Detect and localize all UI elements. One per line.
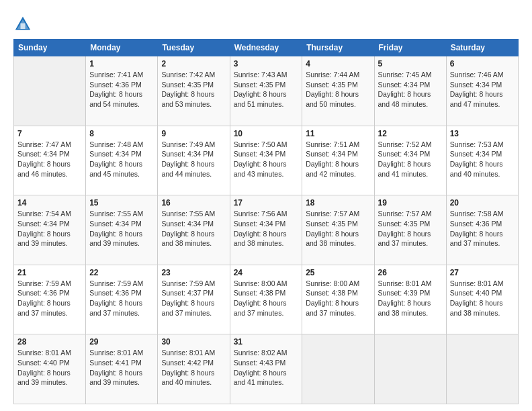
day-headers-row: SundayMondayTuesdayWednesdayThursdayFrid… (14, 40, 519, 56)
day-number: 11 (306, 129, 370, 138)
day-number: 1 (89, 59, 154, 68)
day-number: 2 (161, 59, 226, 68)
calendar-body: 1Sunrise: 7:41 AMSunset: 4:36 PMDaylight… (14, 56, 519, 404)
day-number: 24 (234, 268, 299, 277)
day-info: Sunrise: 8:02 AMSunset: 4:43 PMDaylight:… (234, 348, 299, 387)
calendar-cell: 18Sunrise: 7:57 AMSunset: 4:35 PMDayligh… (302, 195, 374, 265)
calendar-cell: 31Sunrise: 8:02 AMSunset: 4:43 PMDayligh… (230, 334, 302, 404)
day-number: 23 (161, 268, 226, 277)
calendar-cell: 24Sunrise: 8:00 AMSunset: 4:38 PMDayligh… (230, 265, 302, 334)
day-header-monday: Monday (86, 40, 158, 56)
calendar-cell: 21Sunrise: 7:59 AMSunset: 4:36 PMDayligh… (14, 265, 86, 334)
calendar-cell: 26Sunrise: 8:01 AMSunset: 4:39 PMDayligh… (374, 265, 446, 334)
logo (13, 15, 35, 34)
calendar-cell: 6Sunrise: 7:46 AMSunset: 4:34 PMDaylight… (446, 56, 518, 126)
day-number: 7 (17, 129, 82, 138)
day-number: 28 (17, 337, 82, 347)
day-info: Sunrise: 7:53 AMSunset: 4:34 PMDaylight:… (450, 140, 515, 179)
calendar-cell: 14Sunrise: 7:54 AMSunset: 4:34 PMDayligh… (14, 195, 86, 265)
calendar-cell (14, 56, 86, 126)
day-info: Sunrise: 7:57 AMSunset: 4:35 PMDaylight:… (378, 209, 443, 248)
calendar-cell: 17Sunrise: 7:56 AMSunset: 4:34 PMDayligh… (230, 195, 302, 265)
day-info: Sunrise: 7:55 AMSunset: 4:34 PMDaylight:… (89, 209, 154, 248)
calendar-cell: 22Sunrise: 7:59 AMSunset: 4:36 PMDayligh… (86, 265, 158, 334)
calendar-cell: 12Sunrise: 7:52 AMSunset: 4:34 PMDayligh… (374, 126, 446, 195)
calendar-cell: 5Sunrise: 7:45 AMSunset: 4:34 PMDaylight… (374, 56, 446, 126)
day-info: Sunrise: 7:43 AMSunset: 4:35 PMDaylight:… (234, 70, 299, 109)
day-header-saturday: Saturday (446, 40, 518, 56)
day-info: Sunrise: 7:49 AMSunset: 4:34 PMDaylight:… (161, 140, 226, 179)
day-info: Sunrise: 7:46 AMSunset: 4:34 PMDaylight:… (450, 70, 515, 109)
calendar-cell: 27Sunrise: 8:01 AMSunset: 4:40 PMDayligh… (446, 265, 518, 334)
day-number: 9 (161, 129, 226, 138)
day-number: 5 (378, 59, 443, 68)
day-info: Sunrise: 7:59 AMSunset: 4:36 PMDaylight:… (17, 279, 82, 318)
day-number: 19 (378, 198, 443, 208)
calendar-cell: 20Sunrise: 7:58 AMSunset: 4:36 PMDayligh… (446, 195, 518, 265)
day-info: Sunrise: 7:41 AMSunset: 4:36 PMDaylight:… (89, 70, 154, 109)
day-number: 30 (161, 337, 226, 347)
day-info: Sunrise: 7:47 AMSunset: 4:34 PMDaylight:… (17, 140, 82, 179)
day-info: Sunrise: 7:59 AMSunset: 4:36 PMDaylight:… (89, 279, 154, 318)
day-info: Sunrise: 7:54 AMSunset: 4:34 PMDaylight:… (17, 209, 82, 248)
calendar-cell: 15Sunrise: 7:55 AMSunset: 4:34 PMDayligh… (86, 195, 158, 265)
calendar-cell (446, 334, 518, 404)
calendar-header: SundayMondayTuesdayWednesdayThursdayFrid… (14, 40, 519, 56)
day-info: Sunrise: 7:58 AMSunset: 4:36 PMDaylight:… (450, 209, 515, 248)
day-number: 29 (89, 337, 154, 347)
calendar-week-0: 1Sunrise: 7:41 AMSunset: 4:36 PMDaylight… (14, 56, 519, 126)
calendar-cell (302, 334, 374, 404)
calendar-cell: 13Sunrise: 7:53 AMSunset: 4:34 PMDayligh… (446, 126, 518, 195)
day-info: Sunrise: 7:50 AMSunset: 4:34 PMDaylight:… (234, 140, 299, 179)
day-info: Sunrise: 8:01 AMSunset: 4:39 PMDaylight:… (378, 279, 443, 318)
day-info: Sunrise: 7:56 AMSunset: 4:34 PMDaylight:… (234, 209, 299, 248)
day-info: Sunrise: 7:52 AMSunset: 4:34 PMDaylight:… (378, 140, 443, 179)
day-info: Sunrise: 7:48 AMSunset: 4:34 PMDaylight:… (89, 140, 154, 179)
day-number: 13 (450, 129, 515, 138)
calendar-cell: 28Sunrise: 8:01 AMSunset: 4:40 PMDayligh… (14, 334, 86, 404)
day-number: 15 (89, 198, 154, 208)
day-header-sunday: Sunday (14, 40, 86, 56)
day-number: 26 (378, 268, 443, 277)
calendar-cell: 30Sunrise: 8:01 AMSunset: 4:42 PMDayligh… (158, 334, 230, 404)
day-number: 10 (234, 129, 299, 138)
svg-rect-2 (21, 24, 26, 29)
day-info: Sunrise: 8:00 AMSunset: 4:38 PMDaylight:… (234, 279, 299, 318)
day-number: 20 (450, 198, 515, 208)
day-number: 27 (450, 268, 515, 277)
day-info: Sunrise: 7:59 AMSunset: 4:37 PMDaylight:… (161, 279, 226, 318)
calendar-cell: 11Sunrise: 7:51 AMSunset: 4:34 PMDayligh… (302, 126, 374, 195)
calendar-cell: 8Sunrise: 7:48 AMSunset: 4:34 PMDaylight… (86, 126, 158, 195)
day-number: 17 (234, 198, 299, 208)
day-number: 25 (306, 268, 370, 277)
day-number: 18 (306, 198, 370, 208)
calendar-week-1: 7Sunrise: 7:47 AMSunset: 4:34 PMDaylight… (14, 126, 519, 195)
day-header-thursday: Thursday (302, 40, 374, 56)
calendar-cell: 25Sunrise: 8:00 AMSunset: 4:38 PMDayligh… (302, 265, 374, 334)
day-info: Sunrise: 7:55 AMSunset: 4:34 PMDaylight:… (161, 209, 226, 248)
calendar-cell: 10Sunrise: 7:50 AMSunset: 4:34 PMDayligh… (230, 126, 302, 195)
calendar-cell: 23Sunrise: 7:59 AMSunset: 4:37 PMDayligh… (158, 265, 230, 334)
day-header-friday: Friday (374, 40, 446, 56)
calendar-cell: 16Sunrise: 7:55 AMSunset: 4:34 PMDayligh… (158, 195, 230, 265)
calendar-table: SundayMondayTuesdayWednesdayThursdayFrid… (13, 39, 519, 404)
day-number: 8 (89, 129, 154, 138)
day-number: 4 (306, 59, 370, 68)
day-info: Sunrise: 7:45 AMSunset: 4:34 PMDaylight:… (378, 70, 443, 109)
calendar-week-2: 14Sunrise: 7:54 AMSunset: 4:34 PMDayligh… (14, 195, 519, 265)
calendar-cell: 29Sunrise: 8:01 AMSunset: 4:41 PMDayligh… (86, 334, 158, 404)
day-header-tuesday: Tuesday (158, 40, 230, 56)
calendar-week-3: 21Sunrise: 7:59 AMSunset: 4:36 PMDayligh… (14, 265, 519, 334)
calendar-cell: 7Sunrise: 7:47 AMSunset: 4:34 PMDaylight… (14, 126, 86, 195)
day-number: 12 (378, 129, 443, 138)
calendar-cell: 2Sunrise: 7:42 AMSunset: 4:35 PMDaylight… (158, 56, 230, 126)
day-number: 14 (17, 198, 82, 208)
day-number: 31 (234, 337, 299, 347)
day-number: 6 (450, 59, 515, 68)
day-number: 22 (89, 268, 154, 277)
day-info: Sunrise: 8:01 AMSunset: 4:40 PMDaylight:… (450, 279, 515, 318)
day-info: Sunrise: 8:01 AMSunset: 4:42 PMDaylight:… (161, 348, 226, 387)
day-number: 16 (161, 198, 226, 208)
logo-icon (13, 15, 32, 34)
day-number: 3 (234, 59, 299, 68)
